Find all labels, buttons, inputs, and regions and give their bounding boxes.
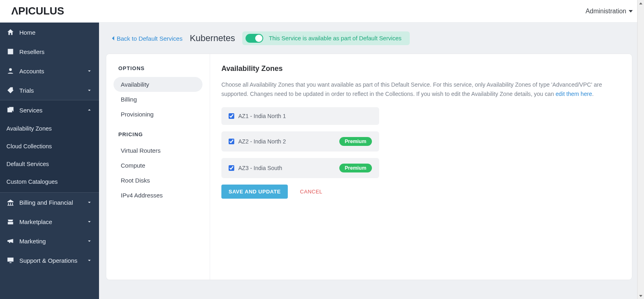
chevron-left-icon: [111, 35, 115, 41]
service-availability-text: This Service is available as part of Def…: [269, 35, 402, 42]
card-side-nav: OPTIONS Availability Billing Provisionin…: [106, 54, 210, 280]
az-name: AZ3 - India South: [238, 165, 282, 171]
sidebar-item-label: Support & Operations: [19, 257, 77, 264]
sidebar-item-label: Default Services: [6, 161, 49, 167]
sidebar-item-marketing[interactable]: Marketing: [0, 231, 99, 251]
sidebar-item-resellers[interactable]: Resellers: [0, 42, 99, 61]
side-link-billing[interactable]: Billing: [114, 92, 202, 107]
sidebar-item-label: Custom Catalogues: [6, 179, 58, 185]
back-to-default-services-link[interactable]: Back to Default Services: [111, 35, 182, 42]
topbar: ΛPICULUS Administration: [0, 0, 644, 23]
save-and-update-button[interactable]: SAVE AND UPDATE: [221, 185, 288, 199]
az-checkbox[interactable]: [229, 113, 234, 119]
availability-zones-heading: Availability Zones: [221, 64, 621, 73]
description-suffix: .: [592, 91, 594, 97]
sidebar-item-marketplace[interactable]: Marketplace: [0, 212, 99, 231]
sidebar-item-trials[interactable]: Trials: [0, 81, 99, 100]
user-circle-icon: [6, 67, 14, 75]
side-link-availability[interactable]: Availability: [114, 77, 202, 92]
chevron-down-icon: [86, 68, 93, 74]
sidebar-subitem-availability-zones[interactable]: Availability Zones: [0, 120, 99, 137]
premium-badge: Premium: [339, 137, 372, 146]
chevron-down-icon: [86, 199, 93, 206]
sidebar-subitem-custom-catalogues[interactable]: Custom Catalogues: [0, 173, 99, 191]
sidebar-item-label: Marketplace: [19, 218, 52, 225]
sidebar-item-services[interactable]: Services: [0, 100, 99, 120]
window-scrollbar[interactable]: [637, 0, 644, 299]
card-main: Availability Zones Choose all Availabili…: [210, 54, 632, 280]
az-name: AZ2 - India North 2: [238, 138, 286, 145]
sidebar-item-support-operations[interactable]: Support & Operations: [0, 251, 99, 270]
administration-dropdown[interactable]: Administration: [586, 8, 633, 15]
side-link-provisioning[interactable]: Provisioning: [114, 107, 202, 122]
caret-down-icon: [629, 10, 633, 12]
storefront-icon: [6, 218, 14, 226]
chevron-up-icon: [86, 107, 93, 113]
edit-them-here-link[interactable]: edit them here: [555, 91, 592, 97]
chevron-down-icon: [86, 257, 93, 264]
az-name: AZ1 - India North 1: [238, 113, 286, 119]
az-checkbox[interactable]: [229, 165, 234, 171]
sidebar-item-label: Trials: [19, 87, 34, 94]
sidebar-item-billing-financial[interactable]: Billing and Financial: [0, 193, 99, 212]
brand-logo: ΛPICULUS: [11, 5, 64, 17]
sidebar-subitem-default-services[interactable]: Default Services: [0, 155, 99, 173]
bank-icon: [6, 198, 14, 206]
toggle-knob: [255, 35, 262, 42]
cancel-button[interactable]: CANCEL: [300, 189, 322, 195]
main-content: Back to Default Services Kubernetes This…: [99, 23, 644, 299]
back-link-label: Back to Default Services: [117, 35, 182, 42]
sidebar-item-label: Availability Zones: [6, 125, 52, 132]
az-checkbox[interactable]: [229, 139, 234, 144]
sidebar: Home Resellers Accounts Trials: [0, 23, 99, 299]
chevron-down-icon: [86, 238, 93, 244]
sidebar-services-children: Availability Zones Cloud Collections Def…: [0, 120, 99, 192]
side-link-ipv4-addresses[interactable]: IPv4 Addresses: [114, 188, 202, 203]
chevron-down-icon: [86, 87, 93, 93]
side-link-root-disks[interactable]: Root Disks: [114, 173, 202, 188]
page-header: Back to Default Services Kubernetes This…: [99, 23, 644, 54]
side-link-virtual-routers[interactable]: Virtual Routers: [114, 143, 202, 158]
scroll-up-icon[interactable]: [638, 0, 644, 7]
options-heading: OPTIONS: [118, 65, 202, 71]
home-icon: [6, 28, 14, 36]
scroll-down-icon[interactable]: [638, 292, 644, 299]
tag-icon: [6, 86, 14, 94]
sidebar-subitem-cloud-collections[interactable]: Cloud Collections: [0, 137, 99, 155]
sidebar-item-accounts[interactable]: Accounts: [0, 61, 99, 81]
premium-badge: Premium: [339, 164, 372, 172]
sidebar-item-home[interactable]: Home: [0, 23, 99, 42]
pricing-heading: PRICING: [118, 131, 202, 137]
sidebar-item-label: Cloud Collections: [6, 143, 52, 150]
form-actions: SAVE AND UPDATE CANCEL: [221, 185, 621, 199]
monitor-icon: [6, 256, 14, 264]
megaphone-icon: [6, 237, 14, 245]
scroll-track[interactable]: [638, 7, 644, 292]
settings-card: OPTIONS Availability Billing Provisionin…: [106, 54, 632, 280]
sidebar-item-label: Services: [19, 107, 43, 114]
sidebar-item-label: Home: [19, 29, 35, 36]
az-row: AZ2 - India North 2 Premium: [221, 131, 379, 152]
chevron-down-icon: [86, 218, 93, 225]
svg-point-0: [9, 68, 12, 71]
sidebar-item-label: Billing and Financial: [19, 199, 73, 206]
availability-zones-description: Choose all Availability Zones that you w…: [221, 80, 621, 98]
sidebar-item-label: Resellers: [19, 48, 45, 55]
description-text: Choose all Availability Zones that you w…: [221, 81, 602, 97]
service-availability-pill: This Service is available as part of Def…: [242, 31, 410, 45]
az-row: AZ1 - India North 1: [221, 107, 379, 125]
sidebar-item-label: Accounts: [19, 68, 44, 75]
az-row: AZ3 - India South Premium: [221, 158, 379, 178]
collections-icon: [6, 106, 14, 114]
administration-label: Administration: [586, 8, 626, 15]
side-link-compute[interactable]: Compute: [114, 158, 202, 173]
availability-zones-list: AZ1 - India North 1 AZ2 - India North 2 …: [221, 107, 379, 178]
service-enabled-toggle[interactable]: [246, 34, 263, 43]
sidebar-item-label: Marketing: [19, 238, 46, 245]
page-title: Kubernetes: [190, 33, 235, 44]
id-badge-icon: [6, 48, 14, 56]
